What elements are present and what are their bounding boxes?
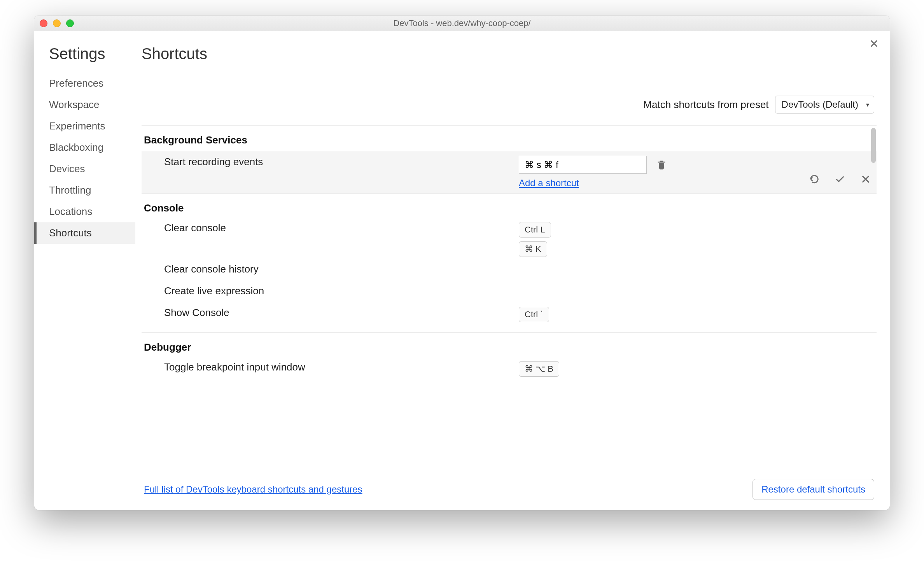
sidebar-item-experiments[interactable]: Experiments [49,115,135,137]
window-title: DevTools - web.dev/why-coop-coep/ [34,18,890,28]
settings-sidebar: Settings Preferences Workspace Experimen… [34,31,135,510]
window-titlebar: DevTools - web.dev/why-coop-coep/ [34,16,890,31]
preset-label: Match shortcuts from preset [643,99,768,111]
row-keys: ⌘ ⌥ B [519,361,791,377]
row-clear-console-history: Clear console history [142,260,877,282]
section-debugger: Debugger [142,333,877,358]
undo-icon [809,174,820,185]
row-keys: Ctrl ` [519,307,791,322]
cancel-edit-button[interactable] [859,173,872,185]
section-background-services: Background Services [142,126,877,151]
sidebar-item-workspace[interactable]: Workspace [49,94,135,115]
close-icon [860,174,871,185]
sidebar-item-locations[interactable]: Locations [49,201,135,222]
row-toggle-breakpoint-input: Toggle breakpoint input window ⌘ ⌥ B [142,358,877,380]
restore-defaults-button[interactable]: Restore default shortcuts [752,479,874,500]
row-label: Toggle breakpoint input window [164,361,519,373]
section-console: Console [142,194,877,219]
sidebar-item-shortcuts[interactable]: Shortcuts [34,222,135,244]
row-clear-console: Clear console Ctrl L ⌘ K [142,219,877,260]
edit-actions [791,156,877,185]
full-shortcut-docs-link[interactable]: Full list of DevTools keyboard shortcuts… [144,484,362,495]
row-start-recording-events: Start recording events Add a shortcut [142,151,877,194]
preset-select[interactable]: DevTools (Default) [775,96,874,114]
undo-button[interactable] [808,173,821,185]
row-label: Clear console [164,222,519,234]
key-chord: Ctrl L [519,222,551,238]
row-label: Create live expression [164,285,519,297]
add-shortcut-link[interactable]: Add a shortcut [519,178,579,189]
sidebar-item-devices[interactable]: Devices [49,158,135,180]
row-label: Show Console [164,307,519,319]
row-label: Start recording events [164,156,519,168]
confirm-button[interactable] [834,173,846,185]
main-panel: Shortcuts Match shortcuts from preset De… [135,31,890,510]
trash-icon [656,159,667,170]
sidebar-item-preferences[interactable]: Preferences [49,73,135,94]
close-settings-button[interactable]: ✕ [869,38,879,50]
preset-row: Match shortcuts from preset DevTools (De… [142,72,877,125]
row-keys: Ctrl L ⌘ K [519,222,791,257]
footer: Full list of DevTools keyboard shortcuts… [142,472,877,510]
page-title: Shortcuts [142,45,877,72]
preset-select-value: DevTools (Default) [782,99,858,110]
row-show-console: Show Console Ctrl ` [142,304,877,325]
devtools-settings-window: DevTools - web.dev/why-coop-coep/ ✕ Sett… [34,16,890,510]
shortcuts-scroll[interactable]: Background Services Start recording even… [142,125,877,472]
sidebar-item-blackboxing[interactable]: Blackboxing [49,137,135,158]
key-chord: ⌘ K [519,241,547,257]
delete-shortcut-button[interactable] [655,159,668,171]
shortcut-chord-input[interactable] [519,156,647,174]
row-create-live-expression: Create live expression [142,282,877,304]
key-chord: Ctrl ` [519,307,549,322]
content-area: ✕ Settings Preferences Workspace Experim… [34,31,890,510]
row-label: Clear console history [164,263,519,275]
row-keys: Add a shortcut [519,156,791,189]
sidebar-title: Settings [49,45,135,63]
check-icon [835,174,845,185]
sidebar-item-throttling[interactable]: Throttling [49,180,135,201]
key-chord: ⌘ ⌥ B [519,361,559,377]
